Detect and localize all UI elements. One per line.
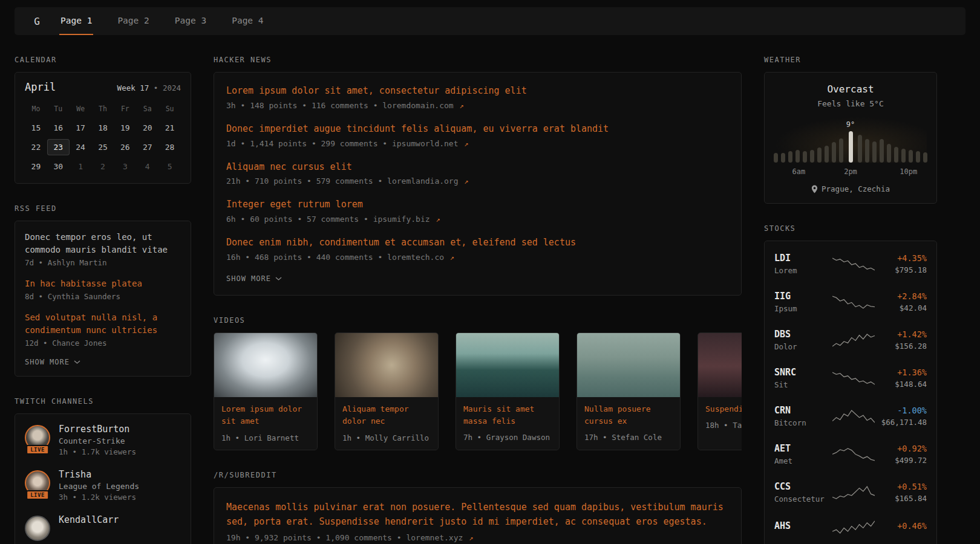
stock-ticker: IIG (774, 291, 832, 302)
hn-story-link[interactable]: Aliquam nec cursus elit (226, 161, 729, 174)
hn-story-domain[interactable]: ipsumify.biz (373, 215, 430, 224)
hn-story-domain[interactable]: ipsumworld.net (392, 139, 459, 148)
stock-price: $156.28 (875, 342, 927, 351)
avatar-wrap (25, 516, 50, 541)
hn-story-link[interactable]: Integer eget rutrum lorem (226, 198, 729, 212)
video-card[interactable]: Lorem ipsum dolor sit amet consectetu… 1… (214, 332, 318, 450)
weather-time-label: 2pm (844, 167, 857, 176)
app-logo[interactable]: G (21, 16, 53, 27)
twitch-channel-info: Trisha League of Legends 3h • 1.2k viewe… (59, 469, 139, 502)
weather-hour-bar (795, 139, 800, 163)
calendar-day: 1 (70, 158, 92, 175)
stock-row: AETAmet +0.92%$499.72 (774, 435, 927, 473)
stock-row: SNRCSit +1.36%$148.64 (774, 359, 927, 397)
external-link-icon: ↗ (464, 140, 468, 148)
rss-widget: RSS FEED Donec tempor eros leo, ut commo… (15, 204, 191, 377)
twitch-channel-meta: 3h • 1.2k viewers (59, 493, 139, 502)
subreddit-post-domain[interactable]: loremnet.xyz (406, 533, 463, 542)
video-card[interactable]: Mauris sit amet massa felis 7h • Grayson… (456, 332, 560, 450)
section-title-twitch: TWITCH CHANNELS (15, 397, 191, 406)
twitch-channel-info: KendallCarr (59, 514, 119, 527)
hn-story-link[interactable]: Donec enim nibh, condimentum et accumsan… (226, 236, 729, 250)
subreddit-card: Maecenas mollis pulvinar erat non posuer… (214, 487, 742, 544)
weather-hour-bar (887, 133, 891, 163)
section-title-subreddit: /R/SUBREDDIT (214, 471, 742, 479)
calendar-month: April (25, 81, 56, 93)
twitch-channel-row[interactable]: LIVE ForrestBurton Counter-Strike 1h • 1… (25, 424, 181, 456)
stock-change: +2.84% (875, 291, 927, 301)
calendar-week-year: Week 17 • 2024 (117, 83, 181, 92)
calendar-day: 22 (25, 139, 47, 155)
video-thumbnail (456, 333, 559, 397)
tab-page-2[interactable]: Page 2 (116, 7, 150, 35)
chevron-down-icon (275, 277, 282, 281)
hn-story-link[interactable]: Lorem ipsum dolor sit amet, consectetur … (226, 85, 729, 98)
rss-item-link[interactable]: Sed volutpat nulla nisl, a condimentum n… (25, 311, 181, 337)
calendar-grid: MoTuWeThFrSaSu15161718192021222324252627… (25, 100, 181, 175)
weather-hour-bar (817, 137, 822, 163)
live-badge: LIVE (26, 445, 49, 455)
rss-item: Sed volutpat nulla nisl, a condimentum n… (25, 311, 181, 348)
dashboard-grid: CALENDAR April Week 17 • 2024 MoTuWeThFr… (0, 35, 980, 544)
video-card[interactable]: Nullam posuere cursus ex 17h • Stefan Co… (577, 332, 681, 450)
weather-location: Prague, Czechia (774, 184, 927, 193)
video-thumbnail (577, 333, 680, 397)
tab-page-1[interactable]: Page 1 (59, 7, 93, 35)
weather-widget: WEATHER Overcast Feels like 5°C 9° 6am 2… (764, 56, 937, 204)
weather-hour-bar (909, 139, 913, 163)
hn-show-more-button[interactable]: SHOW MORE (226, 274, 282, 283)
stock-sparkline (832, 256, 875, 272)
video-info: Aliquam tempor dolor nec pharetra… 1h • … (335, 397, 438, 450)
twitch-card: LIVE ForrestBurton Counter-Strike 1h • 1… (15, 413, 191, 544)
stock-price: $499.72 (875, 456, 927, 465)
avatar-wrap: LIVE (25, 425, 50, 450)
rss-item-link[interactable]: In hac habitasse platea (25, 277, 181, 290)
stock-ticker: AHS (774, 520, 832, 531)
hn-story-domain[interactable]: loremtech.co (387, 253, 444, 262)
hn-story: Lorem ipsum dolor sit amet, consectetur … (226, 85, 729, 110)
rss-show-more-button[interactable]: SHOW MORE (25, 358, 80, 366)
rss-item: In hac habitasse platea 8d • Cynthia Sau… (25, 277, 181, 301)
twitch-channel-row[interactable]: LIVE Trisha League of Legends 3h • 1.2k … (25, 469, 181, 502)
stocks-widget: STOCKS LDILorem +4.35%$795.18 IIGIpsum +… (764, 224, 937, 544)
video-thumbnail (214, 333, 317, 397)
calendar-day: 27 (136, 139, 158, 155)
weather-time-label: 6am (792, 167, 805, 176)
twitch-channel-row[interactable]: KendallCarr (25, 514, 181, 541)
stock-name: Amet (774, 456, 832, 465)
video-info: Lorem ipsum dolor sit amet consectetu… 1… (214, 397, 317, 450)
subreddit-post: Maecenas mollis pulvinar erat non posuer… (226, 500, 729, 542)
top-nav: G Page 1 Page 2 Page 3 Page 4 (15, 7, 965, 35)
weather-time-label: 10pm (900, 167, 917, 176)
stock-sparkline (832, 294, 875, 310)
rss-item-meta: 8d • Cynthia Saunders (25, 292, 181, 301)
section-title-rss: RSS FEED (15, 204, 191, 213)
video-thumbnail (698, 333, 742, 397)
video-meta: 17h • Stefan Cole (584, 433, 673, 442)
hn-story-domain[interactable]: loremdomain.com (382, 101, 453, 110)
video-title: Nullam posuere cursus ex (584, 403, 673, 427)
rss-card: Donec tempor eros leo, ut commodo mauris… (15, 221, 191, 377)
weather-hour-bar (880, 128, 884, 163)
calendar-day: 25 (92, 139, 114, 155)
hn-story: Donec enim nibh, condimentum et accumsan… (226, 236, 729, 262)
stock-price: $795.18 (875, 265, 927, 274)
video-card[interactable]: Aliquam tempor dolor nec pharetra… 1h • … (335, 332, 439, 450)
twitch-channel-name: KendallCarr (59, 514, 119, 525)
hn-story: Aliquam nec cursus elit 21h • 710 points… (226, 161, 729, 186)
weather-condition: Overcast (774, 83, 927, 95)
calendar-dow-label: Tu (47, 100, 70, 117)
tab-page-4[interactable]: Page 4 (230, 7, 264, 35)
stock-change: +1.36% (875, 368, 927, 377)
rss-item-link[interactable]: Donec tempor eros leo, ut commodo mauris… (25, 231, 181, 256)
hn-story-link[interactable]: Donec imperdiet augue tincidunt felis al… (226, 123, 729, 136)
subreddit-post-link[interactable]: Maecenas mollis pulvinar erat non posuer… (226, 500, 729, 529)
stock-change: -1.00% (875, 406, 927, 415)
video-card[interactable]: Suspendisse diam 18h • Tara (697, 332, 742, 450)
hn-story-domain[interactable]: loremlandia.org (387, 176, 458, 186)
weather-hour-bar (865, 128, 869, 163)
section-title-hackernews: HACKER NEWS (214, 56, 742, 64)
tab-page-3[interactable]: Page 3 (174, 7, 207, 35)
twitch-channel-meta: 1h • 1.7k viewers (59, 447, 136, 456)
weather-hourly-bars: 9° (774, 117, 927, 163)
